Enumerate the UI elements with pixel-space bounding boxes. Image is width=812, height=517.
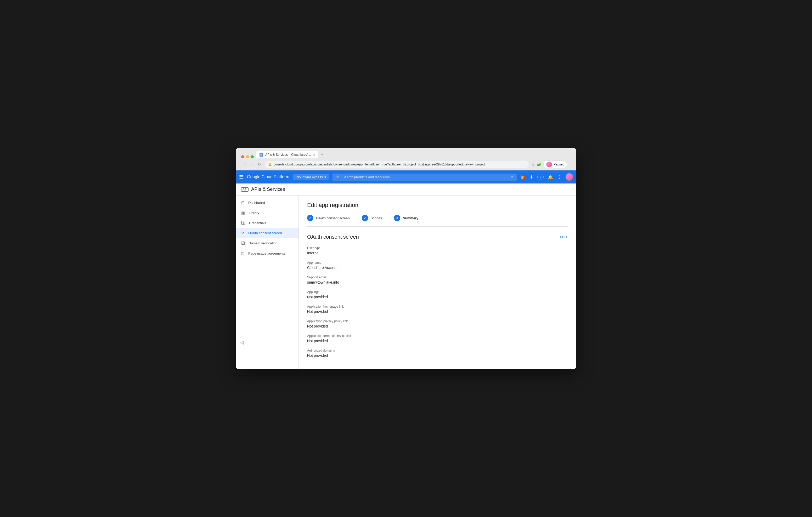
wizard-step-oauth: ✓ OAuth consent screen bbox=[307, 215, 350, 221]
browser-toolbar: ← → ↻ 🔒 console.cloud.google.com/apis/cr… bbox=[236, 158, 576, 171]
omnibar[interactable]: 🔒 console.cloud.google.com/apis/credenti… bbox=[265, 161, 529, 168]
new-tab-button[interactable]: + bbox=[318, 151, 326, 158]
page-title: Edit app registration bbox=[307, 202, 568, 209]
notification-icon[interactable]: 🔔 bbox=[548, 175, 553, 180]
step1-circle: ✓ bbox=[307, 215, 313, 221]
project-selector[interactable]: Cloudflare Access ▾ bbox=[293, 174, 329, 180]
wizard-step-summary: 3 Summary bbox=[394, 215, 418, 221]
maximize-button[interactable] bbox=[251, 155, 254, 158]
back-button[interactable]: ← bbox=[242, 162, 248, 167]
edit-link[interactable]: EDIT bbox=[560, 235, 568, 239]
sub-header: API APIs & Services bbox=[236, 183, 576, 195]
field-app-logo: App logo Not provided bbox=[307, 290, 568, 299]
minimize-button[interactable] bbox=[246, 155, 249, 158]
sidebar-label-domain: Domain verification bbox=[249, 241, 278, 245]
field-label-support-email: Support email bbox=[307, 275, 568, 279]
browser-titlebar: API APIs & Services – Cloudflare A... × … bbox=[236, 148, 576, 158]
sidebar-label-credentials: Credentials bbox=[249, 221, 266, 225]
project-dropdown-icon: ▾ bbox=[324, 175, 326, 179]
section-title: OAuth consent screen bbox=[307, 234, 359, 240]
sidebar: ⊞ Dashboard ▦ Library ⚿ Credentials ≋ OA… bbox=[236, 195, 299, 369]
search-bar[interactable]: 🔍 Search products and resources ▾ bbox=[332, 174, 517, 181]
refresh-button[interactable]: ↻ bbox=[257, 162, 262, 167]
main-content: Edit app registration ✓ OAuth consent sc… bbox=[299, 195, 576, 369]
dashboard-icon: ⊞ bbox=[241, 200, 244, 205]
traffic-lights bbox=[241, 155, 254, 158]
sidebar-label-page-usage: Page usage agreements bbox=[248, 251, 285, 255]
forward-button[interactable]: → bbox=[250, 162, 255, 167]
wizard-step-scopes: ✓ Scopes bbox=[362, 215, 382, 221]
tab-close-button[interactable]: × bbox=[313, 153, 315, 157]
help-icon[interactable]: ? bbox=[537, 174, 544, 180]
sidebar-label-library: Library bbox=[249, 211, 259, 215]
sidebar-item-domain-verification[interactable]: ☑ Domain verification bbox=[236, 238, 298, 248]
sidebar-item-library[interactable]: ▦ Library bbox=[236, 208, 298, 218]
browser-more-icon[interactable]: ⋮ bbox=[569, 162, 573, 166]
domain-icon: ☑ bbox=[241, 241, 245, 246]
hamburger-menu-icon[interactable]: ☰ bbox=[239, 174, 243, 180]
url-display: console.cloud.google.com/apis/credential… bbox=[273, 162, 525, 166]
sidebar-collapse-button[interactable]: ◁ bbox=[236, 337, 298, 348]
nav-more-icon[interactable]: ⋮ bbox=[557, 175, 561, 180]
sub-header-title: APIs & Services bbox=[251, 187, 285, 192]
step2-label: Scopes bbox=[371, 216, 382, 220]
paused-label: Paused bbox=[554, 162, 564, 166]
app-container: ☰ Google Cloud Platform Cloudflare Acces… bbox=[236, 171, 576, 369]
field-authorized-domains: Authorized domains Not provided bbox=[307, 349, 568, 358]
sidebar-item-oauth-consent[interactable]: ≋ OAuth consent screen bbox=[236, 228, 298, 238]
field-value-tos: Not provided bbox=[307, 339, 568, 343]
user-profile-avatar[interactable] bbox=[566, 173, 573, 181]
field-homepage-link: Application homepage link Not provided bbox=[307, 305, 568, 314]
sidebar-item-page-usage[interactable]: ⊡ Page usage agreements bbox=[236, 248, 298, 258]
sidebar-label-oauth: OAuth consent screen bbox=[248, 231, 282, 235]
api-badge: API bbox=[241, 187, 249, 191]
browser-window: API APIs & Services – Cloudflare A... × … bbox=[236, 148, 576, 369]
field-label-app-name: App name bbox=[307, 261, 568, 265]
project-name: Cloudflare Access bbox=[296, 175, 323, 179]
download-icon[interactable]: ⬇ bbox=[530, 175, 533, 180]
field-value-app-name: Cloudflare Access bbox=[307, 266, 568, 270]
step3-circle: 3 bbox=[394, 215, 400, 221]
field-user-type: User type Internal bbox=[307, 246, 568, 255]
sidebar-label-dashboard: Dashboard bbox=[248, 201, 265, 205]
field-value-app-logo: Not provided bbox=[307, 295, 568, 299]
field-value-homepage: Not provided bbox=[307, 309, 568, 314]
field-value-privacy: Not provided bbox=[307, 324, 568, 328]
sidebar-item-dashboard[interactable]: ⊞ Dashboard bbox=[236, 197, 298, 208]
app-logo: Google Cloud Platform bbox=[247, 175, 289, 179]
main-layout: ⊞ Dashboard ▦ Library ⚿ Credentials ≋ OA… bbox=[236, 195, 576, 369]
field-value-domains: Not provided bbox=[307, 354, 568, 358]
field-label-user-type: User type bbox=[307, 246, 568, 250]
paused-button[interactable]: Paused bbox=[543, 160, 567, 168]
step3-label: Summary bbox=[403, 216, 418, 220]
user-avatar bbox=[546, 161, 552, 167]
section-header: OAuth consent screen EDIT bbox=[307, 234, 568, 240]
top-navigation: ☰ Google Cloud Platform Cloudflare Acces… bbox=[236, 171, 576, 183]
credentials-icon: ⚿ bbox=[241, 221, 245, 225]
field-label-privacy: Application privacy policy link bbox=[307, 320, 568, 323]
active-tab[interactable]: API APIs & Services – Cloudflare A... × bbox=[256, 151, 318, 158]
step-separator-2 bbox=[384, 218, 392, 218]
extensions-icon[interactable]: 🧩 bbox=[537, 162, 541, 166]
search-expand-icon: ▾ bbox=[511, 175, 513, 179]
oauth-icon: ≋ bbox=[241, 231, 244, 236]
field-value-user-type: Internal bbox=[307, 251, 568, 255]
tab-title: APIs & Services – Cloudflare A... bbox=[265, 153, 311, 157]
lock-icon: 🔒 bbox=[268, 163, 272, 166]
field-label-app-logo: App logo bbox=[307, 290, 568, 294]
step2-circle: ✓ bbox=[362, 215, 368, 221]
step-separator-1 bbox=[352, 218, 360, 218]
star-icon[interactable]: ☆ bbox=[531, 162, 535, 166]
toolbar-icons: ☆ 🧩 Paused ⋮ bbox=[531, 160, 573, 168]
close-button[interactable] bbox=[241, 155, 244, 158]
library-icon: ▦ bbox=[241, 210, 245, 215]
sidebar-item-credentials[interactable]: ⚿ Credentials bbox=[236, 218, 298, 228]
field-label-homepage: Application homepage link bbox=[307, 305, 568, 308]
gift-icon[interactable]: 🎁 bbox=[520, 175, 526, 180]
step1-label: OAuth consent screen bbox=[316, 216, 350, 220]
tab-favicon: API bbox=[260, 153, 263, 157]
search-placeholder: Search products and resources bbox=[342, 175, 390, 179]
browser-nav: ← → ↻ bbox=[242, 162, 262, 167]
field-tos-link: Application terms of service link Not pr… bbox=[307, 334, 568, 343]
search-icon: 🔍 bbox=[336, 175, 340, 179]
